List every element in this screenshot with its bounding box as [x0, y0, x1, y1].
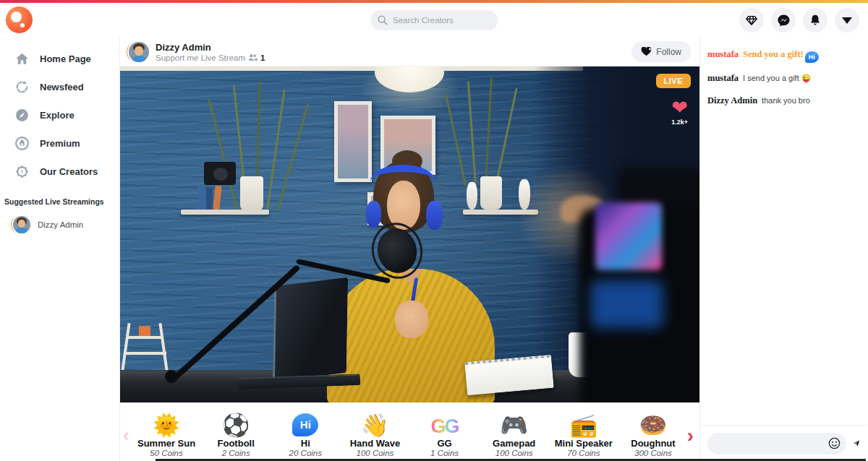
navbar	[0, 3, 868, 38]
live-badge: LIVE	[656, 74, 691, 88]
gift-footboll[interactable]: ⚽ Footboll 2 Coins	[201, 406, 271, 457]
account-menu-button[interactable]	[835, 8, 859, 33]
app-logo[interactable]	[6, 7, 33, 33]
headphones	[370, 165, 435, 198]
live-video-player[interactable]: LIVE ❤ 1.2k+	[120, 66, 699, 402]
hand-wave-icon: 👋	[361, 406, 389, 436]
gear-bolt-icon	[14, 164, 30, 179]
heart-plus-icon	[641, 47, 652, 56]
likes-overlay[interactable]: ❤ 1.2k+	[671, 98, 688, 126]
gift-summer-sun[interactable]: 🌞 Summer Sun 50 Coins	[132, 406, 201, 457]
shelf-left	[181, 210, 269, 215]
sidebar: Home Page Newsfeed Explore Premium Our C…	[0, 38, 119, 461]
carousel-next-icon[interactable]: ›	[687, 426, 694, 446]
refresh-icon	[14, 79, 30, 95]
search-icon	[378, 15, 388, 25]
gem-button[interactable]	[739, 8, 764, 33]
stream-subtitle: Support me Live Stream 1	[156, 53, 265, 62]
viewer-count: 1	[260, 53, 265, 62]
suggested-stream-dizzy-admin[interactable]: Dizzy Admin	[0, 213, 119, 236]
viewers-icon	[248, 53, 258, 61]
likes-count: 1.2k+	[671, 119, 688, 126]
sidebar-item-premium[interactable]: Premium	[0, 129, 119, 158]
sidebar-item-our-creators[interactable]: Our Creators	[0, 158, 119, 186]
gift-gamepad[interactable]: 🎮 Gamepad 100 Coins	[480, 406, 549, 457]
chat-input-pill[interactable]	[707, 433, 846, 454]
messenger-icon	[777, 14, 791, 27]
plant-pot-right	[480, 176, 502, 210]
streamer-avatar[interactable]	[129, 42, 149, 62]
flame-badge-icon	[14, 136, 30, 151]
gift-mini-speaker[interactable]: 📻 Mini Speaker 70 Coins	[549, 406, 618, 457]
chat-messages: mustafaSend you a gift!Hi mustafaI send …	[700, 38, 867, 425]
gift-carousel: ‹ 🌞 Summer Sun 50 Coins ⚽ Footboll 2 Coi…	[120, 402, 699, 460]
avatar	[13, 216, 30, 233]
bell-icon	[809, 14, 822, 27]
sidebar-item-explore[interactable]: Explore	[0, 101, 119, 129]
ceiling	[120, 66, 583, 71]
stream-header: Dizzy Admin Support me Live Stream 1 Fol…	[120, 38, 699, 66]
carousel-prev-icon[interactable]: ‹	[123, 424, 129, 447]
send-icon[interactable]	[853, 436, 860, 451]
heart-icon[interactable]: ❤	[671, 98, 688, 118]
chat-message: mustafaI send you a gift 😜	[707, 69, 860, 85]
ladder-shelf	[124, 323, 175, 371]
chat-message: mustafaSend you a gift!Hi	[707, 46, 860, 63]
streamer-name: Dizzy Admin	[156, 42, 265, 53]
mini-speaker-icon: 📻	[569, 406, 597, 436]
chevron-down-icon	[842, 17, 852, 24]
hi-gift-chip-icon: Hi	[805, 51, 819, 63]
gg-icon: GG	[431, 417, 459, 436]
gift-hi[interactable]: Hi Hi 20 Coins	[271, 406, 340, 457]
gem-icon	[745, 14, 758, 27]
chat-input[interactable]	[716, 439, 828, 449]
compass-icon	[14, 108, 30, 123]
search-bar[interactable]	[370, 10, 498, 30]
vintage-camera-prop	[204, 162, 236, 185]
suggested-streams-header: Suggested Live Streamings	[0, 186, 119, 213]
doughnut-icon: 🍩	[639, 406, 668, 436]
gift-doughnut[interactable]: 🍩 Doughnut 300 Coins	[618, 406, 688, 457]
hi-bubble-icon: Hi	[292, 413, 318, 436]
chat-input-bar	[700, 425, 867, 461]
messenger-button[interactable]	[771, 8, 796, 33]
sidebar-item-home[interactable]: Home Page	[0, 45, 119, 73]
football-icon: ⚽	[222, 406, 250, 436]
stream-main: Dizzy Admin Support me Live Stream 1 Fol…	[119, 38, 700, 461]
laptop	[273, 277, 348, 382]
sidebar-item-newsfeed[interactable]: Newsfeed	[0, 73, 119, 101]
follow-button[interactable]: Follow	[631, 41, 691, 62]
search-input[interactable]	[393, 16, 480, 25]
gift-gg[interactable]: GG GG 1 Coins	[410, 406, 480, 457]
chat-panel: mustafaSend you a gift!Hi mustafaI send …	[700, 38, 867, 461]
home-icon	[14, 51, 30, 66]
gamepad-icon: 🎮	[500, 406, 528, 436]
plant-pot-left	[240, 176, 263, 211]
notifications-button[interactable]	[803, 8, 827, 33]
camera-screen	[595, 202, 662, 270]
picture-frame	[334, 101, 372, 182]
gift-hand-wave[interactable]: 👋 Hand Wave 100 Coins	[340, 406, 409, 457]
summer-sun-icon: 🌞	[153, 406, 181, 436]
emoji-icon[interactable]	[828, 437, 841, 449]
plant-right	[459, 77, 516, 186]
chat-message: Dizzy Adminthank you bro	[707, 92, 860, 108]
